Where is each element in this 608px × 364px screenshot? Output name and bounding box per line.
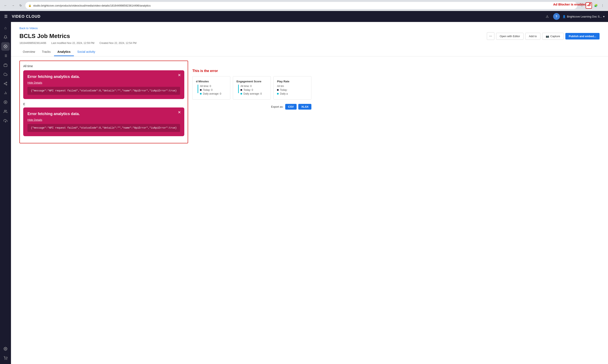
export-xlsx-button[interactable]: XLSX (298, 104, 311, 110)
svg-point-10 (4, 83, 5, 84)
viewed-minutes-avg: Daily average: 0 (200, 92, 221, 95)
svg-point-23 (7, 359, 7, 360)
publish-embed-button[interactable]: Publish and embed... (565, 33, 600, 39)
hide-details-link-1[interactable]: Hide Details (27, 81, 42, 84)
stats-row: d Minutes All time: 0 (192, 76, 311, 100)
viewed-minutes-today: Today: 0 (200, 89, 221, 91)
tab-social-activity[interactable]: Social activity (74, 48, 99, 56)
sidebar-item-users[interactable] (1, 107, 10, 116)
svg-line-12 (5, 84, 6, 84)
camera-icon: 📷 (546, 35, 549, 38)
chevron-down-icon: ▾ (603, 15, 605, 18)
page-actions: ··· Open with Editor Add to 📷 Capture (487, 32, 600, 40)
capture-label: Capture (550, 35, 560, 38)
video-id: 1816449985923614496 (19, 42, 46, 45)
sidebar-item-home[interactable]: ⌂ (1, 24, 10, 32)
section-label-2: E (23, 102, 184, 106)
forward-button[interactable]: → (10, 2, 16, 8)
tabs: Overview Tracks Analytics Social activit… (19, 48, 600, 56)
app-logo: VIDEO CLOUD (12, 14, 40, 19)
created: Created Nov 22, 2024, 12:54 PM (99, 42, 136, 45)
page-header: Back to Videos BCLS Job Metrics ··· Open… (11, 22, 608, 56)
engagement-today: Today: 0 (240, 89, 262, 91)
menu-button[interactable]: ⋮ (600, 2, 606, 8)
play-rate-all-time: All tim (277, 85, 308, 88)
hide-details-link-2[interactable]: Hide Details (27, 118, 42, 121)
sidebar-item-tools[interactable] (1, 117, 10, 125)
sidebar-item-live[interactable] (1, 61, 10, 69)
lock-icon: 🔒 (28, 4, 31, 7)
engagement-all-time: All time: 0 (240, 85, 262, 88)
error-title-2: Error fetching analytics data. (27, 112, 180, 116)
viewed-minutes-panel: d Minutes All time: 0 (192, 76, 230, 100)
address-bar[interactable]: 🔒 studio.brightcove.com/products/videocl… (25, 2, 577, 9)
page-title: BCLS Job Metrics (19, 33, 70, 39)
svg-point-17 (4, 101, 7, 104)
stats-panels: This is the error d Minutes Al (192, 61, 311, 143)
user-name: Brightcove Learning Doc S... (567, 15, 602, 18)
browser-chrome: ← → ↻ 🔒 studio.brightcove.com/products/v… (0, 0, 608, 11)
sidebar-item-settings[interactable] (1, 345, 10, 353)
add-to-button[interactable]: Add to (525, 33, 541, 40)
user-menu-button[interactable]: 👤 Brightcove Learning Doc S... ▾ (562, 15, 605, 18)
sidebar-item-cart[interactable] (1, 354, 10, 362)
svg-point-22 (5, 359, 5, 360)
error-card-2: ✕ Error fetching analytics data. Hide De… (23, 107, 184, 136)
export-row: Export as: CSV XLSX (192, 104, 311, 110)
sidebar-item-media[interactable] (1, 42, 10, 51)
play-rate-today: Today: (277, 89, 308, 91)
extensions-button[interactable]: 🧩 (593, 2, 599, 8)
svg-marker-1 (5, 46, 6, 47)
tab-analytics[interactable]: Analytics (54, 48, 74, 56)
sidebar-item-playlists[interactable] (1, 52, 10, 60)
url-text: studio.brightcove.com/products/videoclou… (33, 4, 151, 7)
warning-button[interactable]: ⚠ (544, 13, 551, 20)
page-title-row: BCLS Job Metrics ··· Open with Editor Ad… (19, 32, 600, 40)
open-editor-label: Open with Editor (500, 35, 520, 38)
viewed-minutes-all-time: All time: 0 (200, 85, 221, 88)
svg-line-13 (5, 83, 6, 83)
error-close-button-1[interactable]: ✕ (178, 73, 181, 78)
dot-today-playrate (277, 89, 279, 91)
viewed-minutes-title: d Minutes (196, 80, 227, 83)
ad-blocker-arrow: ↗ (588, 2, 591, 7)
back-button[interactable]: ← (2, 2, 8, 8)
svg-point-19 (4, 110, 6, 111)
sidebar-item-cloud[interactable] (1, 70, 10, 78)
open-editor-button[interactable]: Open with Editor (496, 33, 524, 40)
export-csv-button[interactable]: CSV (285, 104, 297, 110)
tab-overview[interactable]: Overview (19, 48, 39, 56)
play-rate-panel: Play Rate All tim Today: (273, 76, 311, 100)
teal-bar-2 (238, 85, 239, 93)
analytics-content: All time ✕ Error fetching analytics data… (11, 56, 608, 148)
sidebar-item-notifications[interactable] (1, 33, 10, 41)
sidebar-item-social[interactable] (1, 79, 10, 88)
navbar-right: ⚠ ? 👤 Brightcove Learning Doc S... ▾ (544, 13, 605, 20)
hamburger-button[interactable]: ☰ (3, 13, 8, 20)
user-icon: 👤 (562, 15, 566, 18)
dot-today-minutes (200, 89, 202, 91)
play-rate-title: Play Rate (277, 80, 308, 83)
play-rate-avg: Daily a (277, 92, 308, 95)
main-layout: ⌂ (0, 22, 608, 364)
svg-point-21 (5, 348, 6, 350)
error-title-1: Error fetching analytics data. (27, 75, 180, 79)
publish-label: Publish and embed... (569, 35, 596, 38)
back-to-videos-link[interactable]: Back to Videos (19, 26, 38, 30)
all-time-label: All time (23, 65, 184, 68)
error-json-2: {"message":"API request failed","statusC… (27, 124, 180, 132)
tab-tracks[interactable]: Tracks (39, 48, 54, 56)
sidebar-item-players[interactable] (1, 98, 10, 106)
dot-avg-minutes (200, 93, 202, 95)
more-actions-button[interactable]: ··· (487, 32, 494, 40)
top-navbar: ☰ VIDEO CLOUD ⚠ ? 👤 Brightcove Learning … (0, 11, 608, 22)
svg-rect-8 (4, 64, 7, 66)
ad-blocker-tooltip: Ad Blocker is enabled ↗ (553, 2, 591, 7)
capture-button[interactable]: 📷 Capture (542, 33, 564, 40)
error-json-1: {"message":"API request failed","statusC… (27, 87, 180, 95)
reload-button[interactable]: ↻ (18, 2, 24, 8)
add-to-label: Add to (529, 35, 537, 38)
error-close-button-2[interactable]: ✕ (178, 110, 181, 115)
help-button[interactable]: ? (553, 13, 560, 20)
sidebar-item-analytics[interactable] (1, 89, 10, 97)
